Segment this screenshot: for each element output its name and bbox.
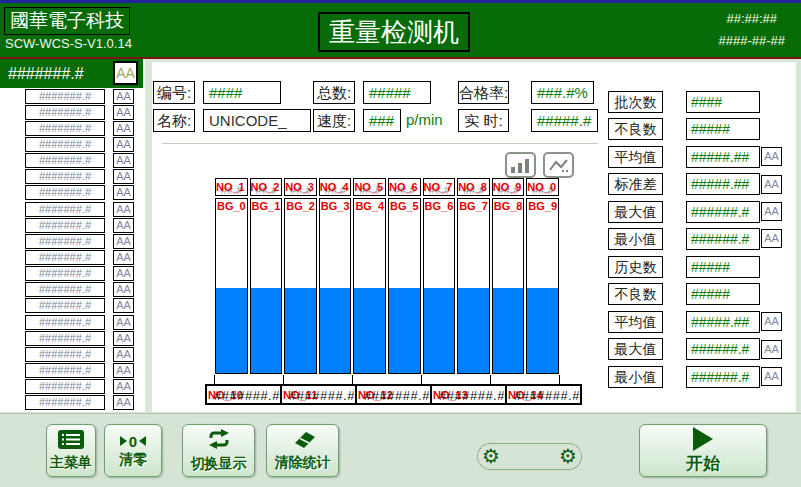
- chart-column: ##.# NO_3 BG_2: [283, 178, 318, 374]
- stat-value: #####.##: [686, 146, 760, 168]
- stat-value: #####: [686, 283, 760, 305]
- header: 國華電子科技 SCW-WCS-S-V1.0.14 重量检测机 ##:##:## …: [0, 0, 801, 59]
- bar-fill: [527, 288, 558, 373]
- time-text: ##:##:##: [719, 8, 786, 30]
- stat-label: 最大值: [608, 338, 663, 360]
- column-bg-label: BG_4: [355, 200, 384, 212]
- realtime-label: 实 时:: [458, 109, 509, 132]
- id-label: 编号:: [153, 81, 195, 104]
- column-header: ##.# NO_0: [526, 178, 559, 196]
- column-bg-label: BG_7: [459, 200, 488, 212]
- stat-row: 标准差 #####.## AA: [608, 173, 800, 195]
- stat-label: 最小值: [608, 228, 663, 250]
- page-title: 重量检测机: [318, 12, 470, 52]
- stat-value: ######.#: [686, 228, 760, 250]
- eraser-icon: [288, 430, 318, 453]
- footer-cell: NO_11 #######.#: [280, 384, 357, 405]
- chart-column: ##.# NO_1 BG_0: [214, 178, 249, 374]
- bar-fill: [424, 288, 455, 373]
- line-chart-icon[interactable]: [543, 152, 574, 178]
- stat-label: 平均值: [608, 311, 663, 333]
- weight-value: #######.#: [25, 121, 105, 136]
- list-item: #######.# AA: [0, 249, 145, 265]
- stat-value: #####: [686, 118, 760, 140]
- realtime-weight-field: #####.#: [531, 109, 598, 132]
- footer-cell: NO_13 #######.#: [430, 384, 507, 405]
- footer-value: #######.#: [289, 388, 355, 403]
- column-header: ##.# NO_6: [388, 178, 421, 196]
- chart-column: ##.# NO_0 BG_9: [525, 178, 560, 374]
- weight-value: #######.#: [25, 266, 105, 281]
- button-label: 主菜单: [50, 454, 92, 472]
- stat-value: ####: [686, 91, 760, 113]
- list-item: #######.# AA: [0, 266, 145, 282]
- column-no-label: NO_5: [354, 181, 383, 193]
- bar-chart: ##.# NO_1 BG_0 ##.# NO_2 BG_1: [214, 178, 560, 374]
- gear-icon: ⚙: [482, 444, 500, 469]
- column-bg-label: BG_5: [390, 200, 419, 212]
- list-item: #######.# AA: [0, 120, 145, 136]
- conveyor-indicator: ⚙ ⚙: [477, 443, 582, 470]
- button-label: 清除统计: [275, 454, 331, 472]
- stat-grade-badge: AA: [761, 367, 782, 386]
- grade-value: AA: [113, 169, 134, 184]
- column-header: ##.# NO_8: [457, 178, 490, 196]
- main-menu-button[interactable]: 主菜单: [46, 424, 96, 477]
- weight-value: #######.#: [25, 137, 105, 152]
- list-item: #######.# AA: [0, 379, 145, 395]
- clear-stats-button[interactable]: 清除统计: [266, 424, 339, 477]
- stat-label: 平均值: [608, 146, 663, 168]
- name-field[interactable]: UNICODE_: [203, 109, 311, 132]
- grade-value: AA: [113, 266, 134, 281]
- grade-value: AA: [113, 202, 134, 217]
- column-no-label: NO_9: [493, 181, 522, 193]
- weight-value: #######.#: [25, 282, 105, 297]
- column-bar: BG_5: [388, 198, 421, 374]
- start-button[interactable]: 开始: [639, 424, 767, 477]
- menu-icon: [58, 430, 84, 453]
- column-no-label: NO_2: [251, 181, 280, 193]
- bar-chart-icon[interactable]: [505, 152, 536, 178]
- stat-value: #####.##: [686, 311, 760, 333]
- zero-button[interactable]: 0 清零: [104, 424, 162, 477]
- stat-row: 历史数 #####: [608, 256, 800, 278]
- column-bg-label: BG_0: [217, 200, 246, 212]
- column-no-label: NO_0: [527, 181, 556, 193]
- grade-value: AA: [113, 89, 134, 104]
- list-item: #######.# AA: [0, 330, 145, 346]
- list-item: #######.# AA: [0, 362, 145, 378]
- stat-label: 历史数: [608, 256, 663, 278]
- list-item: #######.# AA: [0, 185, 145, 201]
- weight-value: #######.#: [25, 169, 105, 184]
- speed-field[interactable]: ###: [363, 109, 401, 132]
- list-item: #######.# AA: [0, 217, 145, 233]
- bar-fill: [389, 288, 420, 373]
- footer-cell: NO_14 #######.#: [505, 384, 582, 405]
- id-field[interactable]: ####: [203, 81, 281, 104]
- stat-label: 标准差: [608, 173, 663, 195]
- bar-fill: [216, 288, 247, 373]
- button-label: 切换显示: [191, 455, 247, 473]
- grade-value: AA: [113, 250, 134, 265]
- chart-column: ##.# NO_5 BG_4: [352, 178, 387, 374]
- column-bar: BG_4: [353, 198, 386, 374]
- stat-row: 最大值 ######.# AA: [608, 201, 800, 223]
- weight-value: #######.#: [25, 298, 105, 313]
- column-bar: BG_3: [319, 198, 352, 374]
- switch-display-button[interactable]: 切换显示: [182, 424, 255, 477]
- column-no-label: NO_6: [389, 181, 418, 193]
- chart-footer: NO_10 #######.# NO_11 #######.# NO_12 ##…: [205, 384, 580, 405]
- grade-value: AA: [113, 395, 134, 410]
- footer-value: #######.#: [364, 388, 430, 403]
- divider: [162, 143, 598, 144]
- column-bar: BG_0: [215, 198, 248, 374]
- stat-value: ######.#: [686, 201, 760, 223]
- column-bar: BG_8: [492, 198, 525, 374]
- stat-grade-badge: AA: [761, 229, 782, 248]
- footer-value: #######.#: [214, 388, 280, 403]
- chart-column: ##.# NO_2 BG_1: [249, 178, 284, 374]
- stat-value: #####.##: [686, 173, 760, 195]
- weight-value: #######.#: [25, 202, 105, 217]
- stat-row: 不良数 #####: [608, 283, 800, 305]
- column-no-label: NO_8: [458, 181, 487, 193]
